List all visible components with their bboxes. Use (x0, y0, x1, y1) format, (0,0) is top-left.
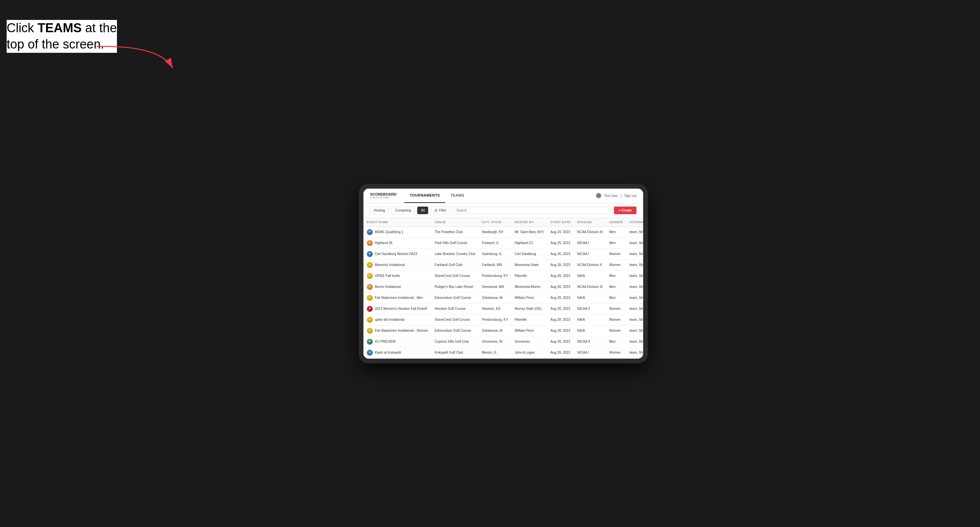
cell-gender: Women (606, 248, 627, 259)
table-row: ⚑ Carl Sandburg Women FA23 Lake Bracken … (363, 248, 643, 259)
user-name: Test User (604, 194, 618, 198)
event-logo: ⚑ (367, 295, 373, 301)
cell-event-name: ⚑ VU PREVIEW (363, 336, 431, 347)
cell-start-date: Aug 28, 2023 (547, 303, 574, 314)
cell-venue: Hesston Golf Course (431, 303, 478, 314)
cell-scoring: team, Stroke Play (626, 303, 643, 314)
cell-city: Marion, IL (479, 347, 511, 358)
cell-start-date: Aug 28, 2023 (547, 314, 574, 325)
cell-division: NCAA Division II (574, 259, 606, 270)
tournaments-table-container: EVENT NAME VENUE CITY, STATE HOSTED BY S… (363, 218, 643, 359)
cell-scoring: team, Stroke Play (626, 292, 643, 303)
table-header: EVENT NAME VENUE CITY, STATE HOSTED BY S… (363, 218, 643, 227)
event-logo: ⚑ (367, 240, 373, 246)
nav-tabs: TOURNAMENTS TEAMS (404, 189, 596, 203)
cell-division: NICAA I (574, 248, 606, 259)
cell-hosted-by: William Penn (511, 292, 547, 303)
sign-out-link[interactable]: Sign out (624, 194, 636, 198)
cell-venue: Edmundson Golf Course (431, 325, 478, 336)
cell-scoring: team, Stroke Play (626, 259, 643, 270)
cell-start-date: Aug 26, 2023 (547, 248, 574, 259)
header-right: ⚙ Test User | Sign out (596, 193, 636, 198)
cell-division: NAIA (574, 325, 606, 336)
cell-division: NICAA I (574, 347, 606, 358)
cell-start-date: Aug 28, 2023 (547, 325, 574, 336)
table-row: ⚑ Maverick Invitational Faribault Golf C… (363, 259, 643, 270)
cell-city: Hesston, KS (479, 303, 511, 314)
col-event-name: EVENT NAME (363, 218, 431, 227)
cell-scoring: team, Stroke Play (626, 336, 643, 347)
tablet-screen: SCOREBOARD Powered by Clippit TOURNAMENT… (363, 189, 643, 359)
col-start-date: START DATE (547, 218, 574, 227)
cell-venue: Faribault Golf Club (431, 259, 478, 270)
cell-hosted-by: Mt. Saint Mary (NY) (511, 227, 547, 237)
cell-city: Vincennes, IN (479, 336, 511, 347)
cell-hosted-by: Carl Sandburg (511, 248, 547, 259)
cell-city: Oskaloosa, IA (479, 325, 511, 336)
col-venue: VENUE (431, 218, 478, 227)
col-scoring: SCORING (626, 218, 643, 227)
cell-event-name: ⚑ Maverick Invitational (363, 259, 431, 270)
cell-start-date: Aug 28, 2023 (547, 292, 574, 303)
cell-scoring: team, Stroke Play (626, 281, 643, 292)
cell-venue: Kokopelli Golf Club (431, 347, 478, 358)
cell-division: NAIA (574, 270, 606, 281)
event-logo: ⚑ (367, 317, 373, 323)
event-name-text: Fall Statesmen Invitational - Women (375, 329, 428, 332)
cell-scoring: team, Stroke Play (626, 314, 643, 325)
event-name-text: Carl Sandburg Women FA23 (375, 252, 417, 256)
cell-scoring: team, Stroke Play (626, 325, 643, 336)
cell-hosted-by: William Penn (511, 325, 547, 336)
cell-venue: Ruttger's Bay Lake Resort (431, 281, 478, 292)
create-button[interactable]: + Create (614, 206, 636, 214)
event-name-text: MSMC Qualifying 1 (375, 230, 403, 234)
cell-scoring: team, Stroke Play (626, 347, 643, 358)
cell-city: Faribault, MN (479, 259, 511, 270)
event-name-text: Maverick Invitational (375, 263, 405, 267)
all-filter-btn[interactable]: All (417, 206, 428, 214)
cell-venue: Edmundson Golf Course (431, 292, 478, 303)
event-logo: ⚑ (367, 350, 373, 356)
cell-event-name: ⚑ Highland 36 (363, 237, 431, 248)
cell-city: Newburgh, NY (479, 227, 511, 237)
cell-scoring: team, Stroke Play (626, 227, 643, 237)
event-logo: ⚑ (367, 339, 373, 345)
cell-city: Oskaloosa, IA (479, 292, 511, 303)
event-name-text: 2023 Women's Hesston Fall Kickoff (375, 307, 427, 311)
event-logo: ⚑ (367, 306, 373, 312)
cell-venue: StoneCrest Golf Course (431, 270, 478, 281)
col-city: CITY, STATE (479, 218, 511, 227)
app-logo: SCOREBOARD Powered by Clippit (370, 193, 396, 198)
event-logo: ⚑ (367, 251, 373, 257)
event-name-text: Fall Statesmen Invitational - Men (375, 296, 423, 300)
search-input[interactable] (453, 206, 612, 214)
logo-subtitle: Powered by Clippit (370, 196, 396, 198)
table-row: ⚑ MSMC Qualifying 1 The Powelton Club Ne… (363, 227, 643, 237)
cell-venue: Cypress Hills Golf Club (431, 336, 478, 347)
cell-event-name: ⚑ Fall Statesmen Invitational - Men (363, 292, 431, 303)
settings-icon[interactable]: ⚙ (596, 193, 601, 198)
cell-division: NICAA II (574, 303, 606, 314)
nav-tab-teams[interactable]: TEAMS (445, 189, 469, 203)
cell-event-name: ⚑ upike fall invitational (363, 314, 431, 325)
event-logo: ⚑ (367, 328, 373, 334)
filter-button[interactable]: ☰ Filter (431, 206, 450, 214)
competing-filter-btn[interactable]: Competing (391, 206, 415, 214)
cell-venue: Lake Bracken Country Club (431, 248, 478, 259)
instruction-text: Click TEAMS at thetop of the screen. (6, 20, 117, 53)
hosting-filter-btn[interactable]: Hosting (370, 206, 389, 214)
app-header: SCOREBOARD Powered by Clippit TOURNAMENT… (363, 189, 643, 203)
col-gender: GENDER (606, 218, 627, 227)
filter-label: Filter (439, 208, 446, 212)
nav-tab-tournaments[interactable]: TOURNAMENTS (404, 189, 445, 203)
cell-hosted-by: Minnesota State (511, 259, 547, 270)
cell-division: NICAA I (574, 237, 606, 248)
cell-division: NCAA Division III (574, 281, 606, 292)
cell-gender: Men (606, 292, 627, 303)
event-logo: ⚑ (367, 284, 373, 290)
cell-venue: Park Hills Golf Course (431, 237, 478, 248)
cell-start-date: Aug 28, 2023 (547, 336, 574, 347)
event-logo: ⚑ (367, 262, 373, 268)
cell-city: Prestonsburg, KY (479, 270, 511, 281)
event-name-text: upike fall invitational (375, 318, 405, 321)
